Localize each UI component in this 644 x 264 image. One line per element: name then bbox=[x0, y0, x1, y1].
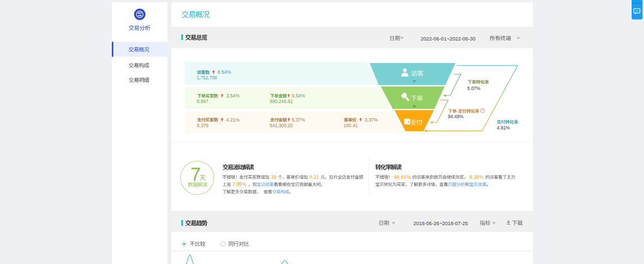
svg-text:4.81%: 4.81% bbox=[497, 126, 510, 131]
svg-text:8,379: 8,379 bbox=[197, 123, 208, 128]
svg-text:8,867: 8,867 bbox=[197, 99, 208, 104]
svg-text:3.54%: 3.54% bbox=[226, 93, 240, 99]
svg-text:2022-06-01~2022-06-30: 2022-06-01~2022-06-30 bbox=[421, 36, 475, 42]
svg-text:7: 7 bbox=[191, 164, 201, 185]
svg-text:8.54%: 8.54% bbox=[217, 69, 231, 75]
svg-text:2018-06-26~2018-07-25: 2018-06-26~2018-07-25 bbox=[414, 221, 468, 226]
svg-text:1,752,708: 1,752,708 bbox=[197, 75, 217, 80]
svg-text:4.21%: 4.21% bbox=[226, 117, 240, 123]
svg-text:5.07%: 5.07% bbox=[468, 86, 480, 91]
svg-text:100.41: 100.41 bbox=[344, 123, 358, 128]
svg-text:5.37%: 5.37% bbox=[292, 117, 305, 123]
svg-text:3.37%: 3.37% bbox=[365, 117, 378, 123]
svg-text:841,300.20: 841,300.20 bbox=[270, 123, 293, 128]
svg-text:9.54%: 9.54% bbox=[292, 93, 305, 99]
svg-text:94.49%: 94.49% bbox=[448, 114, 464, 119]
svg-text:?: ? bbox=[482, 109, 484, 113]
svg-text:890,246.81: 890,246.81 bbox=[270, 99, 293, 104]
